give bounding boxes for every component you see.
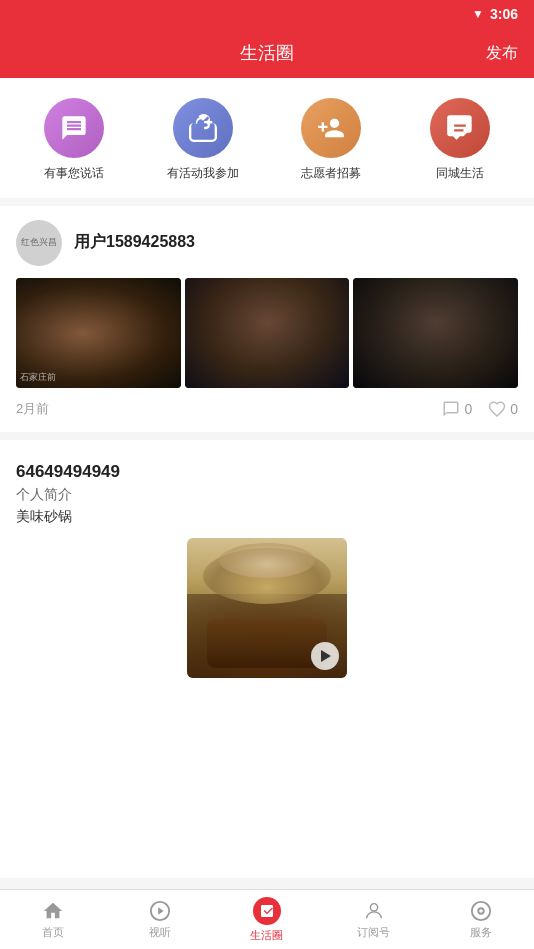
bottom-nav: 首页 视听 生活圈 订阅号 服务	[0, 889, 534, 949]
category-volunteer[interactable]: 志愿者招募	[267, 98, 396, 182]
post-1-image-1: 石家庄前	[16, 278, 181, 388]
post-1-actions: 0 0	[442, 400, 518, 418]
post-1-avatar: 红色兴昌	[16, 220, 62, 266]
wifi-icon: ▼	[472, 7, 484, 21]
service-icon	[470, 900, 492, 922]
post-2-description: 美味砂锅	[16, 508, 518, 526]
post-1-like-count: 0	[510, 401, 518, 417]
svg-point-4	[478, 908, 484, 914]
header-title: 生活圈	[240, 41, 294, 65]
publish-button[interactable]: 发布	[486, 43, 518, 64]
video-icon	[149, 900, 171, 922]
category-local[interactable]: 同城生活	[396, 98, 525, 182]
post-1-header: 红色兴昌 用户1589425883	[16, 220, 518, 266]
post-1-footer: 2月前 0 0	[16, 400, 518, 418]
image-watermark: 石家庄前	[20, 371, 56, 384]
life-icon	[259, 903, 275, 919]
svg-point-2	[370, 903, 377, 910]
nav-life-active-circle	[253, 897, 281, 925]
nav-home[interactable]: 首页	[0, 900, 107, 940]
post-2: 64649494949 个人简介 美味砂锅	[0, 448, 534, 692]
post-1-time: 2月前	[16, 400, 49, 418]
nav-subscribe-label: 订阅号	[357, 925, 390, 940]
post-1-comment-count: 0	[464, 401, 472, 417]
post-1-username: 用户1589425883	[74, 232, 195, 253]
post-1-image-2	[185, 278, 350, 388]
svg-point-3	[471, 901, 489, 919]
category-volunteer-label: 志愿者招募	[301, 166, 361, 182]
nav-service[interactable]: 服务	[427, 900, 534, 940]
category-chat-icon	[44, 98, 104, 158]
nav-video-label: 视听	[149, 925, 171, 940]
status-bar: ▼ 3:06	[0, 0, 534, 28]
svg-marker-1	[158, 907, 164, 914]
nav-life-label: 生活圈	[250, 928, 283, 943]
comment-icon	[442, 400, 460, 418]
category-row: 有事您说话 有活动我参加 志愿者招募 同	[0, 78, 534, 198]
category-activity-label: 有活动我参加	[167, 166, 239, 182]
nav-subscribe[interactable]: 订阅号	[320, 900, 427, 940]
post-1-like-action[interactable]: 0	[488, 400, 518, 418]
category-volunteer-icon	[301, 98, 361, 158]
post-1-comment-action[interactable]: 0	[442, 400, 472, 418]
category-local-label: 同城生活	[436, 166, 484, 182]
play-button[interactable]	[311, 642, 339, 670]
category-local-icon	[430, 98, 490, 158]
home-icon	[42, 900, 64, 922]
post-2-subtitle: 个人简介	[16, 486, 518, 504]
nav-video[interactable]: 视听	[107, 900, 214, 940]
nav-home-label: 首页	[42, 925, 64, 940]
nav-life[interactable]: 生活圈	[214, 897, 321, 943]
main-content: 有事您说话 有活动我参加 志愿者招募 同	[0, 78, 534, 878]
category-activity-icon	[173, 98, 233, 158]
post-1-image-3	[353, 278, 518, 388]
nav-service-label: 服务	[470, 925, 492, 940]
post-1: 红色兴昌 用户1589425883 石家庄前	[0, 206, 534, 432]
post-1-images: 石家庄前	[16, 278, 518, 388]
app-header: 生活圈 发布	[0, 28, 534, 78]
subscribe-icon	[363, 900, 385, 922]
divider-2	[0, 432, 534, 440]
like-icon	[488, 400, 506, 418]
divider-1	[0, 198, 534, 206]
post-2-image	[187, 538, 347, 678]
category-chat-label: 有事您说话	[44, 166, 104, 182]
category-activity[interactable]: 有活动我参加	[139, 98, 268, 182]
post-2-title: 64649494949	[16, 462, 518, 482]
status-time: 3:06	[490, 6, 518, 22]
post-2-image-container	[16, 538, 518, 678]
category-chat[interactable]: 有事您说话	[10, 98, 139, 182]
